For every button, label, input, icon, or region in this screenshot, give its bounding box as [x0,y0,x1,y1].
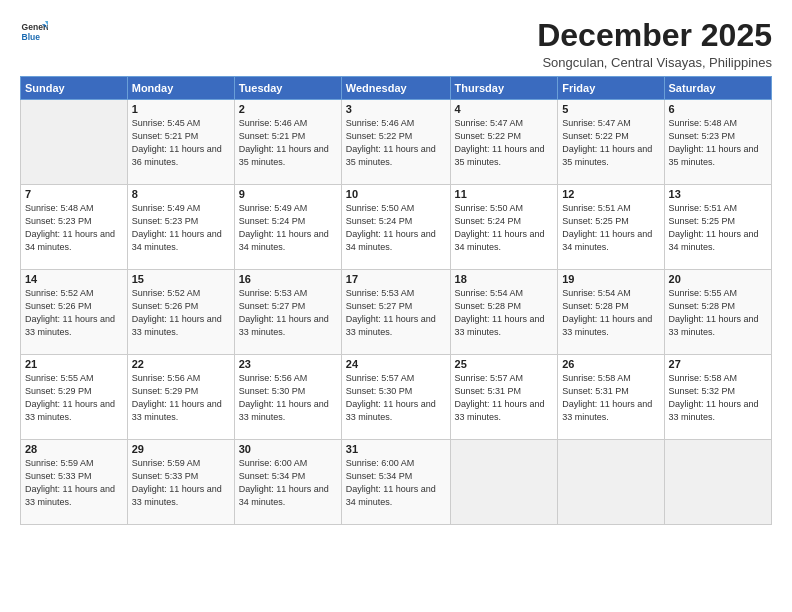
day-info: Sunrise: 5:55 AMSunset: 5:28 PMDaylight:… [669,287,767,339]
day-number: 10 [346,188,446,200]
calendar-cell: 30Sunrise: 6:00 AMSunset: 5:34 PMDayligh… [234,440,341,525]
day-number: 9 [239,188,337,200]
day-info: Sunrise: 5:53 AMSunset: 5:27 PMDaylight:… [239,287,337,339]
calendar-cell: 9Sunrise: 5:49 AMSunset: 5:24 PMDaylight… [234,185,341,270]
calendar-cell: 22Sunrise: 5:56 AMSunset: 5:29 PMDayligh… [127,355,234,440]
day-info: Sunrise: 5:56 AMSunset: 5:29 PMDaylight:… [132,372,230,424]
day-info: Sunrise: 5:48 AMSunset: 5:23 PMDaylight:… [25,202,123,254]
day-number: 16 [239,273,337,285]
day-info: Sunrise: 5:58 AMSunset: 5:31 PMDaylight:… [562,372,659,424]
day-number: 17 [346,273,446,285]
calendar-cell: 16Sunrise: 5:53 AMSunset: 5:27 PMDayligh… [234,270,341,355]
day-number: 30 [239,443,337,455]
header-row: SundayMondayTuesdayWednesdayThursdayFrid… [21,77,772,100]
day-info: Sunrise: 5:48 AMSunset: 5:23 PMDaylight:… [669,117,767,169]
calendar-cell: 14Sunrise: 5:52 AMSunset: 5:26 PMDayligh… [21,270,128,355]
calendar-header: SundayMondayTuesdayWednesdayThursdayFrid… [21,77,772,100]
calendar-cell: 27Sunrise: 5:58 AMSunset: 5:32 PMDayligh… [664,355,771,440]
day-number: 3 [346,103,446,115]
day-number: 7 [25,188,123,200]
week-row-1: 1Sunrise: 5:45 AMSunset: 5:21 PMDaylight… [21,100,772,185]
svg-text:Blue: Blue [22,32,41,42]
calendar-cell: 4Sunrise: 5:47 AMSunset: 5:22 PMDaylight… [450,100,558,185]
day-info: Sunrise: 5:49 AMSunset: 5:24 PMDaylight:… [239,202,337,254]
day-number: 13 [669,188,767,200]
day-info: Sunrise: 5:49 AMSunset: 5:23 PMDaylight:… [132,202,230,254]
title-block: December 2025 Songculan, Central Visayas… [537,18,772,70]
calendar-cell: 10Sunrise: 5:50 AMSunset: 5:24 PMDayligh… [341,185,450,270]
day-info: Sunrise: 5:59 AMSunset: 5:33 PMDaylight:… [132,457,230,509]
day-info: Sunrise: 5:46 AMSunset: 5:21 PMDaylight:… [239,117,337,169]
day-number: 12 [562,188,659,200]
calendar-cell: 7Sunrise: 5:48 AMSunset: 5:23 PMDaylight… [21,185,128,270]
day-number: 11 [455,188,554,200]
day-info: Sunrise: 5:58 AMSunset: 5:32 PMDaylight:… [669,372,767,424]
day-number: 27 [669,358,767,370]
day-number: 31 [346,443,446,455]
day-number: 19 [562,273,659,285]
day-info: Sunrise: 5:52 AMSunset: 5:26 PMDaylight:… [25,287,123,339]
calendar-cell: 28Sunrise: 5:59 AMSunset: 5:33 PMDayligh… [21,440,128,525]
calendar-cell: 17Sunrise: 5:53 AMSunset: 5:27 PMDayligh… [341,270,450,355]
day-number: 5 [562,103,659,115]
day-info: Sunrise: 6:00 AMSunset: 5:34 PMDaylight:… [346,457,446,509]
calendar-cell: 29Sunrise: 5:59 AMSunset: 5:33 PMDayligh… [127,440,234,525]
day-info: Sunrise: 5:54 AMSunset: 5:28 PMDaylight:… [562,287,659,339]
calendar-cell: 24Sunrise: 5:57 AMSunset: 5:30 PMDayligh… [341,355,450,440]
day-number: 20 [669,273,767,285]
calendar-table: SundayMondayTuesdayWednesdayThursdayFrid… [20,76,772,525]
day-number: 15 [132,273,230,285]
calendar-cell: 31Sunrise: 6:00 AMSunset: 5:34 PMDayligh… [341,440,450,525]
header-day-saturday: Saturday [664,77,771,100]
day-number: 23 [239,358,337,370]
calendar-cell: 8Sunrise: 5:49 AMSunset: 5:23 PMDaylight… [127,185,234,270]
day-info: Sunrise: 5:47 AMSunset: 5:22 PMDaylight:… [455,117,554,169]
day-info: Sunrise: 5:50 AMSunset: 5:24 PMDaylight:… [346,202,446,254]
day-info: Sunrise: 5:51 AMSunset: 5:25 PMDaylight:… [562,202,659,254]
day-number: 1 [132,103,230,115]
header-day-sunday: Sunday [21,77,128,100]
calendar-cell: 1Sunrise: 5:45 AMSunset: 5:21 PMDaylight… [127,100,234,185]
week-row-2: 7Sunrise: 5:48 AMSunset: 5:23 PMDaylight… [21,185,772,270]
day-number: 25 [455,358,554,370]
calendar-cell: 19Sunrise: 5:54 AMSunset: 5:28 PMDayligh… [558,270,664,355]
calendar-cell: 5Sunrise: 5:47 AMSunset: 5:22 PMDaylight… [558,100,664,185]
page-header: General Blue December 2025 Songculan, Ce… [20,18,772,70]
header-day-monday: Monday [127,77,234,100]
calendar-cell [558,440,664,525]
day-info: Sunrise: 5:54 AMSunset: 5:28 PMDaylight:… [455,287,554,339]
day-info: Sunrise: 5:55 AMSunset: 5:29 PMDaylight:… [25,372,123,424]
calendar-cell: 2Sunrise: 5:46 AMSunset: 5:21 PMDaylight… [234,100,341,185]
day-number: 4 [455,103,554,115]
day-info: Sunrise: 5:52 AMSunset: 5:26 PMDaylight:… [132,287,230,339]
calendar-cell: 11Sunrise: 5:50 AMSunset: 5:24 PMDayligh… [450,185,558,270]
header-day-wednesday: Wednesday [341,77,450,100]
day-number: 6 [669,103,767,115]
day-number: 8 [132,188,230,200]
location: Songculan, Central Visayas, Philippines [537,55,772,70]
day-number: 14 [25,273,123,285]
week-row-4: 21Sunrise: 5:55 AMSunset: 5:29 PMDayligh… [21,355,772,440]
day-info: Sunrise: 5:50 AMSunset: 5:24 PMDaylight:… [455,202,554,254]
logo-icon: General Blue [20,18,48,46]
day-info: Sunrise: 5:57 AMSunset: 5:30 PMDaylight:… [346,372,446,424]
day-number: 29 [132,443,230,455]
calendar-cell [21,100,128,185]
day-info: Sunrise: 5:51 AMSunset: 5:25 PMDaylight:… [669,202,767,254]
day-info: Sunrise: 5:57 AMSunset: 5:31 PMDaylight:… [455,372,554,424]
header-day-thursday: Thursday [450,77,558,100]
logo: General Blue [20,18,48,46]
week-row-3: 14Sunrise: 5:52 AMSunset: 5:26 PMDayligh… [21,270,772,355]
calendar-cell: 25Sunrise: 5:57 AMSunset: 5:31 PMDayligh… [450,355,558,440]
calendar-cell: 6Sunrise: 5:48 AMSunset: 5:23 PMDaylight… [664,100,771,185]
day-number: 28 [25,443,123,455]
calendar-cell [664,440,771,525]
day-number: 22 [132,358,230,370]
day-info: Sunrise: 5:53 AMSunset: 5:27 PMDaylight:… [346,287,446,339]
day-info: Sunrise: 6:00 AMSunset: 5:34 PMDaylight:… [239,457,337,509]
calendar-cell: 3Sunrise: 5:46 AMSunset: 5:22 PMDaylight… [341,100,450,185]
calendar-body: 1Sunrise: 5:45 AMSunset: 5:21 PMDaylight… [21,100,772,525]
calendar-cell: 12Sunrise: 5:51 AMSunset: 5:25 PMDayligh… [558,185,664,270]
day-info: Sunrise: 5:59 AMSunset: 5:33 PMDaylight:… [25,457,123,509]
calendar-cell [450,440,558,525]
